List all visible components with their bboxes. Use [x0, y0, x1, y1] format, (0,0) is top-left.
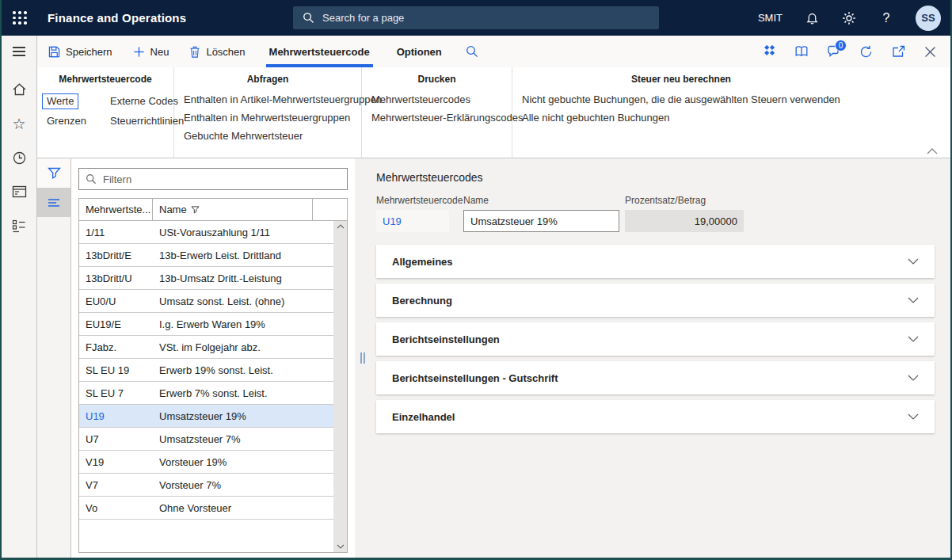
- table-row[interactable]: FJabz. VSt. im Folgejahr abz.: [79, 336, 333, 359]
- table-row[interactable]: 13bDritt/E 13b-Erwerb Leist. Drittland: [79, 244, 333, 267]
- ribbon-group-title: Abfragen: [184, 74, 352, 85]
- menu-item-nicht-gebuchte-ausgewaehlte[interactable]: Nicht gebuchte Buchungen, die die ausgew…: [522, 93, 840, 106]
- tab-optionen[interactable]: Optionen: [394, 36, 445, 67]
- ribbon-group-title: Steuer neu berechnen: [522, 74, 840, 85]
- table-row[interactable]: V19 Vorsteuer 19%: [79, 451, 333, 474]
- menu-item-mwst-codes-drucken[interactable]: Mehrwertsteuercodes: [371, 93, 502, 106]
- list-pane-strip: [37, 158, 71, 558]
- action-bar: Speichern Neu Löschen Mehrwertsteuercode…: [37, 36, 950, 67]
- chevron-down-icon: [908, 413, 919, 420]
- column-header-name[interactable]: Name: [153, 199, 313, 220]
- menu-item-erklaerungscodes-drucken[interactable]: Mehrwertsteuer-Erklärungscodes: [371, 112, 502, 124]
- table-row[interactable]: V7 Vorsteuer 7%: [79, 474, 333, 497]
- home-icon[interactable]: [10, 80, 29, 99]
- menu-item-werte[interactable]: Werte: [42, 93, 78, 109]
- bell-icon[interactable]: [804, 10, 820, 26]
- table-row[interactable]: U19 Umsatzsteuer 19%: [79, 405, 333, 428]
- list-lines-icon: [48, 198, 60, 208]
- scroll-up-icon[interactable]: [337, 224, 345, 229]
- row-code-cell: SL EU 19: [79, 364, 153, 376]
- gear-icon[interactable]: [841, 10, 857, 26]
- nav-menu-button[interactable]: [2, 36, 37, 67]
- save-button[interactable]: Speichern: [48, 46, 112, 58]
- avatar[interactable]: SS: [916, 6, 941, 31]
- record-list-panel: Mehrwertste... ↑ Name: [71, 158, 355, 558]
- menu-item-gebuchte-mwst[interactable]: Gebuchte Mehrwertsteuer: [184, 130, 352, 143]
- menu-item-externe-codes[interactable]: Externe Codes: [110, 95, 184, 108]
- open-in-new-window-icon[interactable]: [892, 45, 905, 58]
- row-code-cell: U19: [79, 410, 153, 422]
- insights-diamonds-icon[interactable]: [763, 45, 775, 58]
- row-name-cell: VSt. im Folgejahr abz.: [153, 341, 333, 353]
- menu-item-artikel-mwst-gruppen[interactable]: Enthalten in Artikel-Mehrwertsteuergrupp…: [184, 93, 352, 106]
- message-count-badge: 0: [835, 40, 847, 51]
- help-icon[interactable]: ?: [878, 10, 894, 26]
- fasttab-section[interactable]: Berichtseinstellungen: [376, 322, 935, 356]
- workspaces-icon[interactable]: [10, 182, 29, 201]
- ribbon-collapse-chevron-icon[interactable]: [927, 148, 938, 154]
- global-search[interactable]: [293, 6, 659, 29]
- favorites-star-icon[interactable]: ☆: [10, 114, 29, 133]
- global-search-input[interactable]: [322, 12, 623, 24]
- ribbon-group-abfragen: Abfragen Enthalten in Artikel-Mehrwertst…: [174, 67, 362, 158]
- ribbon-group-title: Mehrwertsteuercode: [47, 74, 164, 85]
- delete-button[interactable]: Löschen: [189, 46, 245, 58]
- actionbar-search-icon[interactable]: [466, 45, 478, 58]
- new-button[interactable]: Neu: [133, 46, 169, 58]
- row-name-cell: 13b-Umsatz Dritt.-Leistung: [153, 272, 333, 284]
- app-title: Finance and Operations: [48, 11, 186, 25]
- scroll-down-icon[interactable]: [337, 544, 345, 549]
- row-name-cell: Vorsteuer 7%: [153, 479, 333, 491]
- left-nav-strip: ☆: [2, 36, 37, 558]
- menu-item-grenzen[interactable]: Grenzen: [47, 115, 99, 128]
- filter-pane-button[interactable]: [37, 158, 70, 188]
- row-name-cell: Umsatzsteuer 19%: [153, 410, 333, 422]
- table-row[interactable]: Vo Ohne Vorsteuer: [79, 497, 333, 520]
- table-row[interactable]: EU0/U Umsatz sonst. Leist. (ohne): [79, 290, 333, 313]
- menu-item-mwst-gruppen[interactable]: Enthalten in Mehrwertsteuergruppen: [184, 112, 352, 124]
- close-icon[interactable]: [924, 46, 936, 58]
- ribbon-group-drucken: Drucken Mehrwertsteuercodes Mehrwertsteu…: [362, 67, 512, 158]
- row-name-cell: Ohne Vorsteuer: [153, 502, 333, 514]
- name-field-input[interactable]: [463, 210, 619, 232]
- fasttab-section[interactable]: Berichtseinstellungen - Gutschrift: [376, 361, 935, 394]
- table-row[interactable]: U7 Umsatzsteuer 7%: [79, 428, 333, 451]
- show-list-button[interactable]: [37, 188, 70, 217]
- row-name-cell: 13b-Erwerb Leist. Drittland: [153, 250, 333, 261]
- fasttab-section[interactable]: Allgemeines: [376, 245, 935, 278]
- fasttab-section[interactable]: Einzelhandel: [376, 400, 935, 433]
- row-name-cell: USt-Vorauszahlung 1/11: [153, 227, 333, 238]
- filter-box[interactable]: [78, 168, 348, 190]
- company-badge[interactable]: SMIT: [758, 12, 783, 24]
- table-row[interactable]: 1/11 USt-Vorauszahlung 1/11: [79, 221, 333, 244]
- detail-title: Mehrwertsteuercodes: [376, 171, 931, 184]
- refresh-icon[interactable]: [859, 45, 873, 59]
- table-row[interactable]: 13bDritt/U 13b-Umsatz Dritt.-Leistung: [79, 267, 333, 290]
- app-launcher-button[interactable]: [2, 0, 38, 36]
- save-label: Speichern: [66, 46, 112, 58]
- column-label: Mehrwertste...: [86, 204, 150, 215]
- row-name-cell: Erwerb 7% sonst. Leist.: [153, 387, 333, 399]
- percent-field-value: 19,00000: [625, 210, 744, 232]
- filter-input[interactable]: [103, 173, 325, 185]
- table-row[interactable]: EU19/E I.g. Erwerb Waren 19%: [79, 313, 333, 336]
- column-label: Name: [159, 204, 187, 215]
- menu-item-alle-nicht-gebuchten[interactable]: Alle nicht gebuchten Buchungen: [522, 112, 840, 124]
- percent-field-label: Prozentsatz/Betrag: [625, 195, 744, 206]
- grid-scrollbar[interactable]: [333, 221, 347, 552]
- column-header-code[interactable]: Mehrwertste... ↑: [79, 199, 153, 220]
- funnel-icon: [48, 167, 61, 179]
- messages-icon[interactable]: 0: [828, 45, 840, 58]
- table-row[interactable]: SL EU 7 Erwerb 7% sonst. Leist.: [79, 382, 333, 405]
- menu-item-steuerrichtlinien[interactable]: Steuerrichtlinien: [110, 115, 184, 128]
- code-field-value[interactable]: U19: [376, 210, 449, 232]
- recent-clock-icon[interactable]: [10, 148, 29, 167]
- panel-splitter[interactable]: [355, 158, 370, 558]
- fasttab-sections: Allgemeines Berechnung Berichtseinstellu…: [376, 245, 935, 433]
- modules-list-icon[interactable]: [10, 216, 29, 235]
- tab-mehrwertsteuercode[interactable]: Mehrwertsteuercode: [266, 36, 373, 67]
- table-row[interactable]: SL EU 19 Erwerb 19% sonst. Leist.: [79, 359, 333, 382]
- fasttab-section[interactable]: Berechnung: [376, 284, 935, 317]
- page-content: Mehrwertste... ↑ Name: [37, 158, 950, 558]
- task-guide-book-icon[interactable]: [794, 45, 809, 58]
